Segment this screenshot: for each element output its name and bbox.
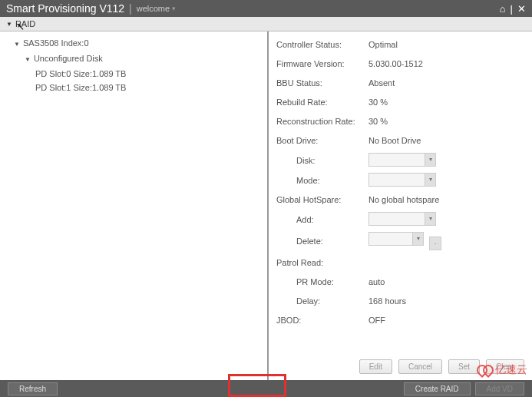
- label-controller-status: Controller Status:: [276, 40, 368, 49]
- create-raid-button[interactable]: Create RAID: [404, 382, 471, 395]
- chevron-down-icon: ▼: [25, 55, 31, 65]
- chevron-down-icon: ▾: [412, 233, 423, 245]
- tree-controller[interactable]: ▼SAS3508 Index:0: [14, 38, 267, 50]
- header-icon-group: ⌂ | ✕: [500, 3, 526, 15]
- label-prmode: PR Mode:: [276, 277, 368, 286]
- chevron-down-icon: ▾: [425, 154, 435, 166]
- footer-right-group: Create RAID Add VD: [404, 382, 524, 395]
- set-button[interactable]: Set: [448, 359, 480, 374]
- label-patrol: Patrol Read:: [276, 258, 368, 267]
- chevron-down-icon: ▼: [14, 39, 20, 50]
- row-delete: Delete: ▾ -: [276, 232, 524, 250]
- value-firmware: 5.030.00-1512: [368, 59, 524, 68]
- properties-panel: Controller Status: Optimal Firmware Vers…: [269, 31, 532, 394]
- value-controller-status: Optimal: [368, 40, 524, 49]
- delete-dropdown-value: [369, 233, 412, 245]
- label-boot: Boot Drive:: [276, 136, 368, 145]
- value-hotspare: No global hotspare: [368, 195, 524, 204]
- delete-action-button[interactable]: -: [429, 237, 441, 250]
- row-jbod: JBOD: OFF: [276, 313, 524, 327]
- main-area: ▼SAS3508 Index:0 ▼Unconfigured Disk PD S…: [0, 31, 532, 394]
- watermark: 亿速云: [477, 363, 527, 377]
- welcome-label: welcome: [137, 4, 170, 13]
- value-recon: 30 %: [368, 117, 524, 126]
- label-delete: Delete:: [276, 237, 368, 246]
- header-divider: |: [511, 3, 513, 15]
- value-jbod: OFF: [368, 316, 524, 325]
- row-controller-status: Controller Status: Optimal: [276, 38, 524, 51]
- section-title: RAID: [15, 19, 35, 28]
- row-hotspare: Global HotSpare: No global hotspare: [276, 193, 524, 207]
- cancel-button[interactable]: Cancel: [398, 359, 442, 374]
- chevron-down-icon: ▾: [425, 174, 435, 186]
- add-vd-button: Add VD: [475, 382, 524, 395]
- row-add: Add: ▾: [276, 212, 524, 227]
- row-firmware: Firmware Version: 5.030.00-1512: [276, 57, 524, 71]
- add-dropdown-value: [369, 213, 425, 225]
- close-icon[interactable]: ✕: [517, 3, 526, 15]
- refresh-button[interactable]: Refresh: [8, 382, 58, 395]
- row-rebuild: Rebuild Rate: 30 %: [276, 95, 524, 109]
- section-header[interactable]: ▼ RAID: [0, 17, 532, 31]
- chevron-down-icon: ▼: [6, 21, 12, 28]
- row-recon: Reconstruction Rate: 30 %: [276, 114, 524, 128]
- cloud-logo-icon: [477, 365, 492, 375]
- label-mode: Mode:: [276, 176, 368, 185]
- row-bbu: BBU Status: Absent: [276, 76, 524, 90]
- minus-icon: -: [430, 237, 441, 250]
- label-delay: Delay:: [276, 296, 368, 306]
- footer-bar: Refresh Create RAID Add VD: [0, 380, 532, 397]
- row-delay: Delay: 168 hours: [276, 294, 524, 308]
- row-patrol: Patrol Read:: [276, 256, 524, 270]
- value-prmode: auto: [368, 277, 524, 286]
- value-delay: 168 hours: [368, 296, 524, 306]
- row-boot: Boot Drive: No Boot Drive: [276, 134, 524, 147]
- label-rebuild: Rebuild Rate:: [276, 98, 368, 107]
- tree-unconfigured[interactable]: ▼Unconfigured Disk: [14, 53, 267, 65]
- value-rebuild: 30 %: [368, 98, 524, 107]
- home-icon[interactable]: ⌂: [500, 3, 506, 15]
- label-disk: Disk:: [276, 156, 368, 165]
- label-firmware: Firmware Version:: [276, 59, 368, 68]
- row-mode: Mode: ▾: [276, 173, 524, 187]
- label-jbod: JBOD:: [276, 316, 368, 325]
- app-header: Smart Provisioning V112 | welcome ▾ ⌂ | …: [0, 0, 532, 17]
- add-dropdown[interactable]: ▾: [368, 212, 436, 226]
- label-add: Add:: [276, 215, 368, 224]
- value-boot: No Boot Drive: [368, 136, 524, 145]
- watermark-text: 亿速云: [495, 363, 527, 377]
- row-disk: Disk: ▾: [276, 153, 524, 167]
- mode-dropdown[interactable]: ▾: [368, 173, 436, 187]
- label-recon: Reconstruction Rate:: [276, 117, 368, 126]
- header-separator: |: [129, 2, 132, 15]
- delete-dropdown[interactable]: ▾: [368, 232, 424, 246]
- row-prmode: PR Mode: auto: [276, 275, 524, 289]
- mode-dropdown-value: [369, 174, 425, 186]
- disk-dropdown-value: [369, 154, 425, 166]
- value-bbu: Absent: [368, 78, 524, 88]
- chevron-down-icon: ▾: [425, 213, 435, 225]
- disk-dropdown[interactable]: ▾: [368, 153, 436, 167]
- edit-button[interactable]: Edit: [359, 359, 392, 374]
- device-tree-panel: ▼SAS3508 Index:0 ▼Unconfigured Disk PD S…: [0, 31, 269, 394]
- tree-pd-slot0[interactable]: PD Slot:0 Size:1.089 TB: [14, 68, 267, 79]
- app-title: Smart Provisioning V112: [6, 2, 124, 15]
- welcome-dropdown-caret[interactable]: ▾: [172, 5, 176, 12]
- label-hotspare: Global HotSpare:: [276, 195, 368, 204]
- label-bbu: BBU Status:: [276, 78, 368, 88]
- tree-pd-slot1[interactable]: PD Slot:1 Size:1.089 TB: [14, 82, 267, 93]
